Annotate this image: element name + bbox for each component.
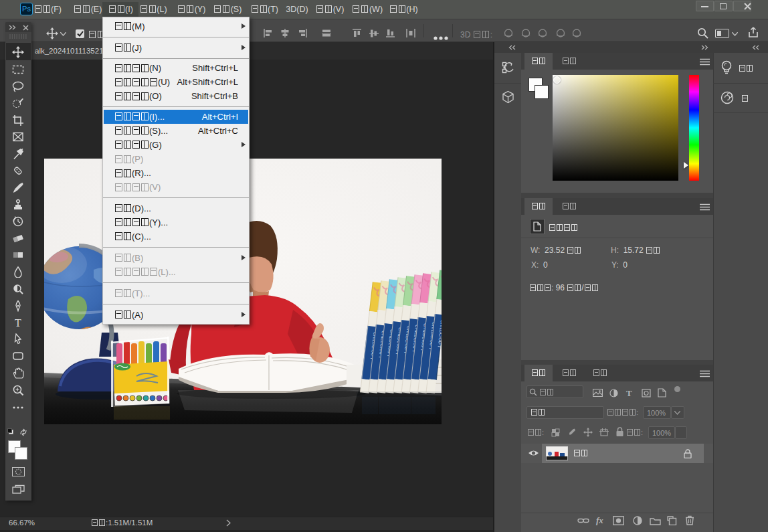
svg-text:T: T — [15, 317, 21, 329]
